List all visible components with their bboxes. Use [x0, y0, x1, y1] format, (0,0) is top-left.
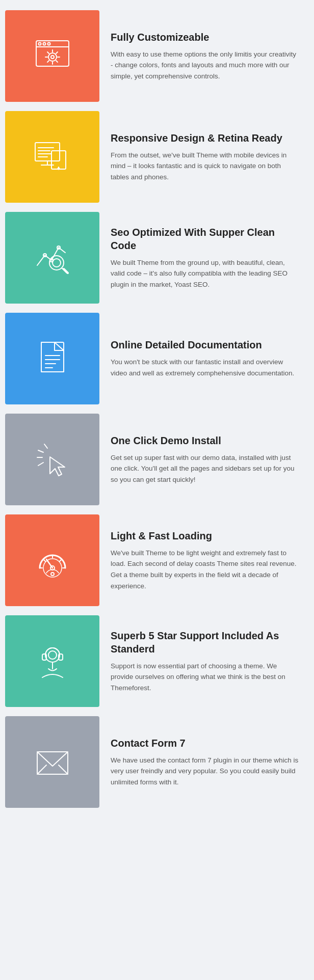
seo-icon: [32, 237, 73, 278]
svg-point-29: [53, 259, 61, 267]
feature-content-support: Superb 5 Star Support Included As Stande…: [99, 615, 309, 707]
feature-desc-speed: We've built Theme to be light weight and…: [111, 548, 300, 591]
feature-title-speed: Light & Fast Loading: [111, 529, 300, 542]
feature-desc-demo: Get set up super fast with our demo data…: [111, 452, 300, 485]
svg-point-6: [51, 56, 54, 59]
svg-point-4: [47, 43, 50, 45]
feature-desc-documentation: You won't be stuck with our fantastic in…: [111, 357, 300, 378]
feature-desc-support: Support is now essential part of choosin…: [111, 661, 300, 694]
svg-point-50: [51, 573, 54, 576]
click-icon: [32, 439, 73, 480]
feature-item-documentation: Online Detailed Documentation You won't …: [5, 313, 309, 404]
feature-content-demo: One Click Demo Install Get set up super …: [99, 414, 309, 505]
contact-icon: [32, 742, 73, 782]
svg-rect-56: [37, 752, 68, 774]
feature-item-seo: Seo Optimized With Supper Clean Code We …: [5, 212, 309, 304]
feature-title-contact: Contact Form 7: [111, 737, 300, 750]
feature-icon-box-speed: [5, 514, 99, 606]
svg-line-46: [60, 559, 62, 561]
speed-icon: [32, 540, 73, 581]
feature-desc-customizeable: With easy to use theme options the only …: [111, 49, 300, 82]
svg-line-13: [56, 52, 58, 53]
svg-point-52: [48, 651, 57, 659]
svg-line-31: [64, 269, 68, 273]
svg-point-5: [48, 53, 57, 61]
feature-content-contact: Contact Form 7 We have used the contact …: [99, 716, 309, 808]
svg-point-2: [38, 43, 41, 45]
feature-icon-box-demo: [5, 414, 99, 505]
svg-point-3: [43, 43, 45, 45]
feature-item-speed: Light & Fast Loading We've built Theme t…: [5, 514, 309, 606]
feature-title-responsive: Responsive Design & Retina Ready: [111, 131, 300, 145]
feature-title-support: Superb 5 Star Support Included As Stande…: [111, 629, 300, 656]
feature-icon-box-customizeable: [5, 10, 99, 102]
features-list: Fully Customizeable With easy to use the…: [0, 0, 314, 818]
feature-content-documentation: Online Detailed Documentation You won't …: [99, 313, 309, 404]
svg-line-38: [38, 450, 43, 452]
feature-content-responsive: Responsive Design & Retina Ready From th…: [99, 111, 309, 203]
customizeable-icon: [32, 36, 73, 76]
feature-desc-responsive: From the outset, we've built Theme with …: [111, 150, 300, 183]
svg-line-40: [38, 462, 43, 466]
feature-title-customizeable: Fully Customizeable: [111, 31, 300, 44]
feature-item-customizeable: Fully Customizeable With easy to use the…: [5, 10, 309, 102]
svg-line-14: [47, 61, 49, 62]
feature-icon-box-documentation: [5, 313, 99, 404]
svg-line-37: [44, 444, 47, 448]
feature-item-support: Superb 5 Star Support Included As Stande…: [5, 615, 309, 707]
feature-icon-box-seo: [5, 212, 99, 304]
feature-content-customizeable: Fully Customizeable With easy to use the…: [99, 10, 309, 102]
documentation-icon: [32, 338, 73, 379]
feature-item-contact: Contact Form 7 We have used the contact …: [5, 716, 309, 808]
feature-content-seo: Seo Optimized With Supper Clean Code We …: [99, 212, 309, 304]
responsive-icon: [32, 137, 73, 177]
svg-marker-41: [50, 457, 65, 476]
feature-icon-box-contact: [5, 716, 99, 808]
svg-line-11: [47, 52, 49, 53]
feature-title-documentation: Online Detailed Documentation: [111, 338, 300, 351]
feature-desc-contact: We have used the contact form 7 plugin i…: [111, 755, 300, 788]
svg-rect-18: [51, 151, 66, 169]
feature-icon-box-responsive: [5, 111, 99, 203]
feature-item-responsive: Responsive Design & Retina Ready From th…: [5, 111, 309, 203]
svg-line-12: [56, 61, 58, 62]
svg-line-58: [59, 765, 68, 774]
feature-desc-seo: We built Theme from the ground up, with …: [111, 257, 300, 290]
feature-title-demo: One Click Demo Install: [111, 434, 300, 447]
svg-line-45: [43, 559, 45, 561]
feature-icon-box-support: [5, 615, 99, 707]
svg-line-57: [37, 765, 46, 774]
feature-item-demo: One Click Demo Install Get set up super …: [5, 414, 309, 505]
support-icon: [32, 641, 73, 682]
feature-title-seo: Seo Optimized With Supper Clean Code: [111, 226, 300, 252]
svg-rect-15: [35, 143, 60, 161]
feature-content-speed: Light & Fast Loading We've built Theme t…: [99, 514, 309, 606]
